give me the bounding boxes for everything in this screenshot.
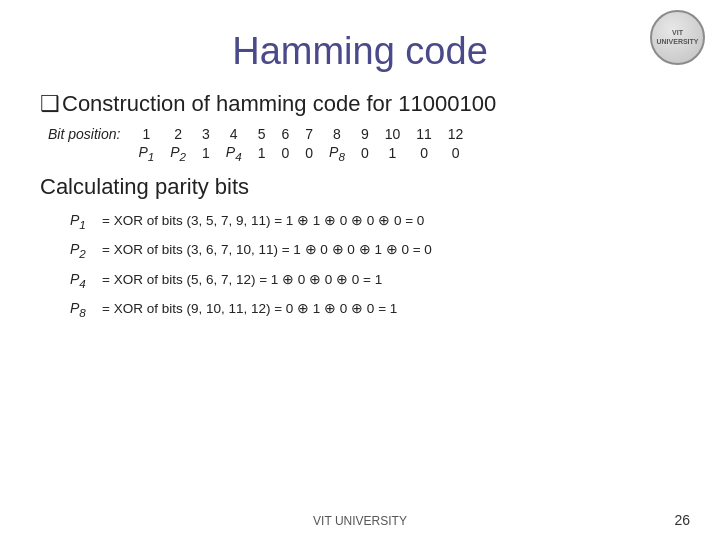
eq-p8-lhs: P8 <box>70 296 98 323</box>
val-6: 0 <box>273 143 297 164</box>
eq-row-p2: P2 = XOR of bits (3, 6, 7, 10, 11) = 1 ⊕… <box>70 237 680 264</box>
vit-logo: VITUNIVERSITY <box>650 10 705 65</box>
pos-12: 12 <box>440 125 472 143</box>
val-1: P1 <box>130 143 162 164</box>
footer-text: VIT UNIVERSITY <box>313 514 407 528</box>
val-11: 0 <box>408 143 440 164</box>
values-label <box>40 143 130 164</box>
eq-p8-rhs: = XOR of bits (9, 10, 11, 12) = 0 ⊕ 1 ⊕ … <box>102 297 397 322</box>
pos-4: 4 <box>218 125 250 143</box>
val-12: 0 <box>440 143 472 164</box>
pos-7: 7 <box>297 125 321 143</box>
eq-row-p1: P1 = XOR of bits (3, 5, 7, 9, 11) = 1 ⊕ … <box>70 208 680 235</box>
pos-3: 3 <box>194 125 218 143</box>
parity-equations: P1 = XOR of bits (3, 5, 7, 9, 11) = 1 ⊕ … <box>70 208 680 324</box>
construction-point: ❑ Construction of hamming code for 11000… <box>40 91 680 117</box>
val-8: P8 <box>321 143 353 164</box>
pos-1: 1 <box>130 125 162 143</box>
pos-9: 9 <box>353 125 377 143</box>
eq-p1-rhs: = XOR of bits (3, 5, 7, 9, 11) = 1 ⊕ 1 ⊕… <box>102 209 424 234</box>
val-3: 1 <box>194 143 218 164</box>
eq-p4-rhs: = XOR of bits (5, 6, 7, 12) = 1 ⊕ 0 ⊕ 0 … <box>102 268 382 293</box>
val-7: 0 <box>297 143 321 164</box>
eq-row-p4: P4 = XOR of bits (5, 6, 7, 12) = 1 ⊕ 0 ⊕… <box>70 267 680 294</box>
construction-label: Construction of hamming code for 1100010… <box>62 91 496 117</box>
pos-6: 6 <box>273 125 297 143</box>
page-title: Hamming code <box>40 30 680 73</box>
bit-position-table: Bit position: 1 2 3 4 5 6 7 8 9 10 11 12… <box>40 125 680 164</box>
eq-row-p8: P8 = XOR of bits (9, 10, 11, 12) = 0 ⊕ 1… <box>70 296 680 323</box>
footer: VIT UNIVERSITY <box>0 514 720 528</box>
pos-5: 5 <box>250 125 274 143</box>
val-10: 1 <box>377 143 409 164</box>
logo-circle: VITUNIVERSITY <box>650 10 705 65</box>
bullet-icon: ❑ <box>40 91 60 117</box>
pos-10: 10 <box>377 125 409 143</box>
eq-p1-lhs: P1 <box>70 208 98 235</box>
bit-position-label: Bit position: <box>40 125 130 143</box>
slide: VITUNIVERSITY Hamming code ❑ Constructio… <box>0 0 720 540</box>
val-2: P2 <box>162 143 194 164</box>
val-9: 0 <box>353 143 377 164</box>
page-number: 26 <box>674 512 690 528</box>
val-4: P4 <box>218 143 250 164</box>
pos-2: 2 <box>162 125 194 143</box>
val-5: 1 <box>250 143 274 164</box>
pos-8: 8 <box>321 125 353 143</box>
eq-p2-rhs: = XOR of bits (3, 6, 7, 10, 11) = 1 ⊕ 0 … <box>102 238 432 263</box>
eq-p2-lhs: P2 <box>70 237 98 264</box>
pos-11: 11 <box>408 125 440 143</box>
eq-p4-lhs: P4 <box>70 267 98 294</box>
calculating-label: Calculating parity bits <box>40 174 680 200</box>
